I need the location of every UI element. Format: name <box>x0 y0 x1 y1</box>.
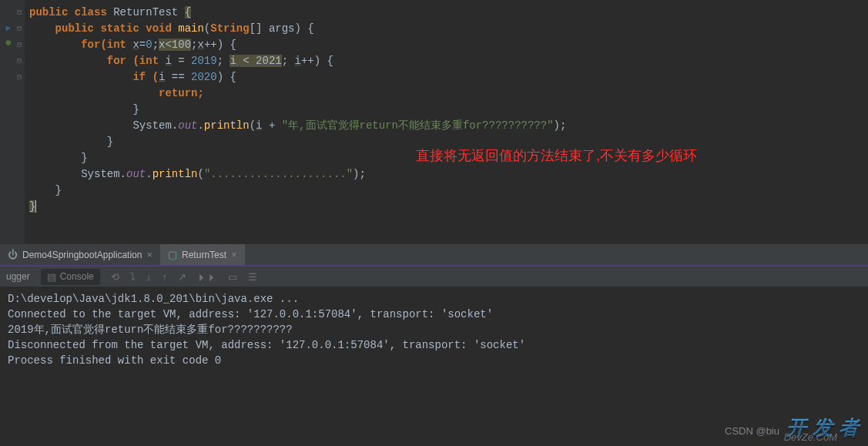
run-tab-returntest[interactable]: ▢ ReturnTest × <box>160 244 245 265</box>
step-into-icon[interactable]: ⟲ <box>111 271 119 283</box>
step-out-icon[interactable]: ↗ <box>178 271 186 283</box>
code-line: } <box>29 183 868 199</box>
fold-icon[interactable]: ⊟ <box>17 56 22 65</box>
code-line: } <box>29 199 868 215</box>
run-to-cursor-icon[interactable]: ⏵⏵ <box>197 271 217 283</box>
fold-icon[interactable]: ⊟ <box>17 24 22 33</box>
csdn-watermark: CSDN @biu <box>725 425 779 437</box>
debugger-label[interactable]: ugger <box>6 271 30 282</box>
code-line: public class ReturnTest { <box>29 5 868 21</box>
editor-gutter: ▸ ● ⊟ ⊟ ⊟ ⊟ ⊟ <box>0 0 25 243</box>
breakpoint-marker-icon[interactable]: ● <box>5 36 12 50</box>
code-line: } <box>29 102 868 118</box>
close-icon[interactable]: × <box>231 249 237 260</box>
code-line: public static void main(String[] args) { <box>29 21 868 37</box>
code-editor[interactable]: ▸ ● ⊟ ⊟ ⊟ ⊟ ⊟ public class ReturnTest { … <box>0 0 868 243</box>
code-line: for (int i = 2019; i < 2021; i++) { <box>29 53 868 69</box>
console-label: Console <box>60 271 94 282</box>
run-tab-demo4[interactable]: ⏻ Demo4SpringbootApplication × <box>0 244 160 265</box>
console-line: Disconnected from the target VM, address… <box>8 337 860 353</box>
fold-icon[interactable]: ⊟ <box>17 72 22 82</box>
code-area[interactable]: public class ReturnTest { public static … <box>25 5 868 215</box>
console-output[interactable]: D:\develop\Java\jdk1.8.0_201\bin\java.ex… <box>0 287 868 425</box>
run-marker-icon[interactable]: ▸ <box>5 20 12 35</box>
step-over-icon[interactable]: ⤵ <box>130 271 136 283</box>
code-line: return; <box>29 86 868 102</box>
java-icon: ▢ <box>168 249 177 260</box>
annotation-text: 直接将无返回值的方法结束了,不关有多少循环 <box>416 146 697 165</box>
console-tab[interactable]: ▤ Console <box>41 269 100 285</box>
console-icon: ▤ <box>47 271 56 283</box>
console-line: Process finished with exit code 0 <box>8 353 860 368</box>
run-tab-bar: ⏻ Demo4SpringbootApplication × ▢ ReturnT… <box>0 243 868 267</box>
debug-toolbar: ugger ▤ Console ⟲ ⤵ ↓ ↑ ↗ ⏵⏵ ▭ ☰ <box>0 267 868 287</box>
step-down-icon[interactable]: ↓ <box>146 271 152 283</box>
fold-icon[interactable]: ⊟ <box>17 40 22 49</box>
console-line: D:\develop\Java\jdk1.8.0_201\bin\java.ex… <box>8 291 860 307</box>
power-icon: ⏻ <box>8 249 18 260</box>
code-line: System.out.println("....................… <box>29 166 868 183</box>
fold-icon[interactable]: ⊟ <box>17 8 22 17</box>
console-line: Connected to the target VM, address: '12… <box>8 307 860 322</box>
settings-icon[interactable]: ☰ <box>248 271 257 283</box>
tab-label: Demo4SpringbootApplication <box>22 250 142 260</box>
step-up-icon[interactable]: ↑ <box>162 271 167 283</box>
evaluate-icon[interactable]: ▭ <box>228 271 237 283</box>
close-icon[interactable]: × <box>146 249 152 260</box>
code-line: if (i == 2020) { <box>29 69 868 86</box>
tab-label: ReturnTest <box>182 250 226 260</box>
code-line: for(int x=0;x<100;x++) { <box>29 37 868 53</box>
watermark-subtitle: DevZe.CoM <box>784 431 837 443</box>
console-line: 2019年,面试官觉得return不能结束多重for?????????? <box>8 322 860 337</box>
code-line: System.out.println(i + "年,面试官觉得return不能结… <box>29 118 868 134</box>
